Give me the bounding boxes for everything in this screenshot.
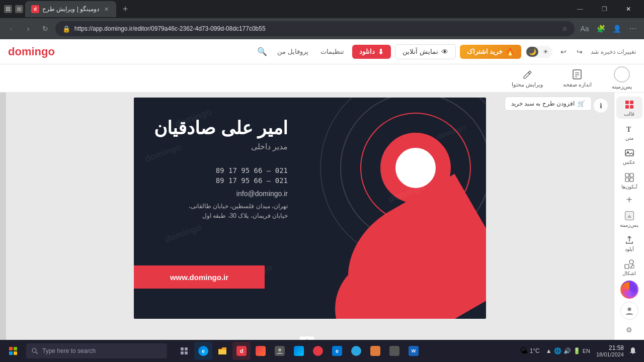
tool-background[interactable]: پس‌زمینه	[608, 64, 636, 92]
browser-extensions-icon[interactable]: 🧩	[594, 22, 608, 36]
svg-rect-4	[17, 8, 21, 9]
sidebar-item-icons[interactable]: آیکون‌ها	[616, 169, 642, 192]
download-button[interactable]: ⬇ دانلود	[352, 45, 391, 59]
address-text: https://app.domingo.ir/editor/0979a46c-2…	[74, 25, 558, 32]
sidebar-add-button[interactable]: +	[622, 194, 636, 206]
taskbar-app-5[interactable]: e	[328, 342, 346, 360]
active-browser-tab[interactable]: d دومینگو | ویرایش طرح ✕	[25, 1, 116, 17]
star-icon: ☆	[562, 25, 568, 32]
page-size-icon	[571, 68, 583, 80]
add-to-cart-button[interactable]: 🛒 افزودن طرح به سبد خرید	[505, 97, 592, 111]
new-tab-button[interactable]: +	[118, 2, 132, 16]
card-text-area: امیر علی صادقیان مدیر داخلی 021 – 66 95 …	[134, 98, 308, 241]
avatar-image	[622, 282, 637, 297]
sidebar-gear-button[interactable]: ⚙	[622, 323, 636, 337]
background-label: پس‌زمینه	[612, 83, 632, 90]
back-button[interactable]: ‹	[4, 22, 18, 36]
tab-label: دومینگو | ویرایش طرح	[42, 6, 99, 13]
maximize-button[interactable]: ❐	[593, 1, 616, 17]
undo-redo-controls: ↩ ↪	[556, 45, 587, 59]
card-website-text: www.domingo.ir	[170, 273, 228, 282]
tab-close-button[interactable]: ✕	[102, 5, 110, 13]
profile-button[interactable]: پروفایل من	[273, 45, 312, 58]
browser-titlebar: d دومینگو | ویرایش طرح ✕ + — ❐ ✕	[0, 0, 644, 18]
sound-icon[interactable]: 🔊	[564, 347, 571, 354]
photo-label: عکس	[623, 159, 635, 165]
start-button[interactable]	[4, 342, 22, 360]
canvas-left-ruler	[0, 93, 6, 362]
photo-icon	[624, 147, 635, 158]
decorative-circle-white	[395, 148, 436, 188]
preview-button[interactable]: 👁 نمایش آنلاین	[395, 44, 456, 59]
address-input-container[interactable]: 🔒 https://app.domingo.ir/editor/0979a46c…	[55, 21, 575, 36]
svg-point-31	[32, 348, 36, 352]
undo-button[interactable]: ↩	[556, 45, 571, 59]
taskbar-task-view[interactable]	[175, 342, 193, 360]
svg-text:T: T	[626, 126, 631, 133]
lock-icon: 🔒	[62, 25, 70, 33]
sidebar-item-background[interactable]: پس‌زمینه	[616, 208, 642, 230]
battery-icon[interactable]: 🔋	[573, 347, 581, 354]
taskbar-explorer-icon[interactable]	[213, 342, 231, 360]
system-tray-icons: ▲ 🌐 🔊 🔋 EN	[542, 347, 594, 354]
app-logo: domingo	[8, 45, 55, 58]
sidebar-item-text[interactable]: T متن	[616, 121, 642, 143]
network-icon[interactable]: 🌐	[554, 347, 561, 354]
svg-rect-25	[625, 264, 629, 268]
dark-mode-button[interactable]: 🌙	[526, 47, 538, 57]
profile-icon[interactable]: 👤	[610, 22, 624, 36]
svg-rect-28	[14, 347, 17, 350]
sidebar-item-photo[interactable]: عکس	[616, 145, 642, 167]
light-mode-button[interactable]: ☀	[539, 47, 551, 57]
taskbar-domingo-icon[interactable]: d	[232, 342, 251, 360]
info-button[interactable]: ℹ	[594, 99, 608, 113]
notification-button[interactable]	[626, 344, 640, 358]
edit-content-icon	[521, 68, 533, 80]
header-search-button[interactable]: 🔍	[255, 45, 269, 59]
taskbar-app-7[interactable]	[366, 342, 384, 360]
refresh-button[interactable]: ↻	[38, 22, 52, 36]
taskbar-search-bar[interactable]: Type here to search	[26, 343, 167, 358]
svg-rect-34	[185, 347, 188, 350]
window-controls: — ❐ ✕	[569, 1, 640, 17]
sidebar-avatar-button[interactable]	[620, 281, 638, 299]
buy-subscription-button[interactable]: 🔥 خرید اشتراک	[460, 45, 522, 59]
forward-button[interactable]: ›	[21, 22, 35, 36]
temperature: 1°C	[530, 347, 540, 354]
upload-icon	[624, 234, 635, 245]
taskbar-app-2[interactable]	[271, 342, 289, 360]
card-address: تهران، میدان فلسطین، خیابان طالقانی، خیا…	[157, 202, 288, 221]
card-person-name: امیر علی صادقیان	[154, 118, 288, 139]
taskbar-app-9[interactable]: W	[405, 342, 423, 360]
taskbar-app-6[interactable]	[347, 342, 365, 360]
keyboard-indicator: EN	[583, 348, 590, 354]
date-display: 18/01/2024	[596, 351, 624, 357]
taskbar-edge-icon[interactable]: e	[194, 342, 212, 360]
sidebar-item-shapes[interactable]: اشکال	[616, 256, 642, 279]
browser-nav-icon	[4, 5, 12, 13]
more-options-icon[interactable]: ⋯	[626, 22, 640, 36]
arrow-up-icon[interactable]: ▲	[546, 347, 552, 354]
cart-icon: 🛒	[578, 100, 585, 107]
sidebar-item-upload[interactable]: آپلود	[616, 232, 642, 254]
theme-toggle[interactable]: 🌙 ☀	[525, 46, 552, 58]
taskbar-app-1[interactable]	[252, 342, 270, 360]
taskbar-app-8[interactable]	[385, 342, 404, 360]
main-layout: 🛒 افزودن طرح به سبد خرید ℹ domingo domin…	[0, 93, 644, 362]
svg-rect-6	[17, 10, 21, 11]
tool-edit-content[interactable]: ویرایش محتوا	[508, 66, 547, 90]
taskbar-clock[interactable]: 21:58 18/01/2024	[596, 344, 624, 357]
settings-button[interactable]: تنظیمات	[316, 45, 348, 58]
taskbar-app-3[interactable]	[290, 342, 308, 360]
sidebar-item-template[interactable]: قالب	[616, 97, 642, 119]
redo-button[interactable]: ↪	[573, 45, 587, 59]
translate-icon[interactable]: Aa	[578, 22, 592, 36]
sidebar-secondary-avatar[interactable]	[620, 302, 638, 320]
svg-rect-27	[9, 347, 13, 350]
minimize-button[interactable]: —	[569, 1, 592, 17]
taskbar-app-4[interactable]	[309, 342, 327, 360]
tool-page-size[interactable]: اندازه صفحه	[559, 66, 596, 90]
close-button[interactable]: ✕	[617, 1, 640, 17]
design-card[interactable]: domingo domingo domingo domingo domingo …	[134, 98, 486, 319]
fire-icon: 🔥	[506, 48, 514, 56]
